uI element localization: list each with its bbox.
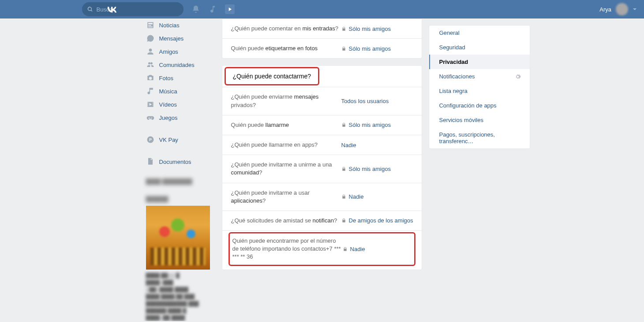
setting-row-phone: Quién puede encontrarme por el número de… [232,237,412,261]
sidebar-item-label: VK Pay [159,137,178,143]
settings-nav: General Seguridad Privacidad Notificacio… [429,25,530,149]
setting-label: ¿Quién puede llamarme en apps? [231,141,341,149]
setting-value[interactable]: Sólo mis amigos [341,122,391,128]
username: Arya [599,6,611,13]
friends-icon [146,47,155,56]
setting-label: Quién puede etiquetarme en fotos [231,44,341,52]
sidebar-item-label: Comunidades [159,62,195,68]
nav-servicios-moviles[interactable]: Servicios móviles [429,113,530,127]
news-icon [146,21,155,30]
game-ad-image[interactable] [146,206,210,270]
vkpay-icon: P [146,135,155,144]
gear-icon[interactable] [515,74,521,80]
setting-row: ¿Qué solicitudes de amistad se notifican… [222,211,422,230]
sidebar-item-label: Vídeos [159,101,177,108]
setting-row: Quién puede etiquetarme en fotos Sólo mi… [222,38,422,58]
setting-label: ¿Quién puede comentar en mis entradas? [231,25,341,33]
phone-row-highlight: Quién puede encontrarme por el número de… [228,232,416,266]
blurred-heading: ██████ [142,195,215,204]
topbar: Arya [0,0,644,19]
blurred-text: ████ ████ ██ ███ [142,293,215,300]
nav-general[interactable]: General [429,26,530,40]
vk-logo[interactable] [106,3,118,15]
user-menu[interactable]: Arya [599,3,637,15]
blurred-text: ████ ██▒▒ █ [142,272,215,279]
setting-value[interactable]: Sólo mis amigos [341,45,391,52]
setting-value[interactable]: Sólo mis amigos [341,26,391,32]
video-play-icon[interactable] [225,4,235,14]
sidebar-item-amigos[interactable]: Amigos [142,45,215,58]
svg-text:P: P [149,137,152,142]
setting-value[interactable]: Nadie [341,193,364,200]
blurred-text: ████████████ ███ [142,300,215,307]
sidebar-item-musica[interactable]: Música [142,85,215,98]
setting-label: ¿Quién puede invitarme a unirme a una co… [231,161,341,177]
blurred-text: ▒██▒████ ████ [142,286,215,293]
lock-icon [341,26,346,31]
lock-icon [341,122,346,127]
sidebar-item-vkpay[interactable]: P VK Pay [142,133,215,146]
section-title: ¿Quién puede contactarme? [233,73,311,80]
sidebar-item-mensajes[interactable]: Mensajes [142,32,215,45]
blurred-item: ████ ████████ [142,177,215,186]
blurred-text: ████▒██ ████ [142,314,215,321]
setting-row: ¿Quién puede invitarme a unirme a una co… [222,155,422,182]
search-icon [87,6,93,12]
setting-label: ¿Qué solicitudes de amistad se notifican… [231,217,341,225]
nav-pagos[interactable]: Pagos, suscripciones, transferenc… [429,127,530,148]
nav-privacidad[interactable]: Privacidad [429,55,530,69]
setting-value[interactable]: Sólo mis amigos [341,166,391,172]
setting-label: ¿Quién puede invitarme a usar aplicacion… [231,189,341,205]
setting-label: ¿Quién puede enviarme mensajes privados? [231,93,341,109]
notifications-icon[interactable] [191,5,200,14]
setting-label: Quién puede llamarme [231,121,341,129]
chevron-down-icon [633,7,637,11]
nav-config-apps[interactable]: Configuración de apps [429,98,530,113]
sidebar-item-comunidades[interactable]: Comunidades [142,58,215,71]
lock-icon [341,167,346,171]
setting-value[interactable]: De amigos de los amigos [341,217,413,224]
lock-icon [343,247,348,252]
music-icon[interactable] [208,5,217,14]
sidebar-item-juegos[interactable]: Juegos [142,111,215,124]
setting-row: ¿Quién puede invitarme a usar aplicacion… [222,183,422,211]
nav-seguridad[interactable]: Seguridad [429,40,530,55]
lock-icon [341,218,346,223]
communities-icon [146,60,155,69]
sidebar-item-fotos[interactable]: Fotos [142,71,215,85]
videos-icon [146,100,155,109]
setting-row: ¿Quién puede comentar en mis entradas? S… [222,19,422,38]
messages-icon [146,34,155,43]
privacy-panel-1: ¿Quién puede comentar en mis entradas? S… [222,19,423,59]
lock-icon [341,46,346,51]
left-sidebar: Noticias Mensajes Amigos Comunidades Fot… [142,19,215,321]
sidebar-item-label: Amigos [159,48,178,55]
nav-notificaciones[interactable]: Notificaciones [429,69,530,84]
setting-value[interactable]: Nadie [341,142,356,148]
setting-row: Quién puede llamarme Sólo mis amigos [222,115,422,135]
nav-lista-negra[interactable]: Lista negra [429,84,530,98]
search-box[interactable] [82,2,183,16]
setting-value[interactable]: Todos los usuarios [341,98,389,104]
games-icon [146,113,155,122]
sidebar-item-documentos[interactable]: Documentos [142,155,215,168]
sidebar-item-label: Fotos [159,75,174,81]
sidebar-item-label: Mensajes [159,35,184,42]
avatar [616,3,628,15]
sidebar-item-label: Documentos [159,159,191,165]
setting-label: Quién puede encontrarme por el número de… [232,237,343,261]
sidebar-item-label: Noticias [159,22,180,29]
setting-value[interactable]: Nadie [343,246,365,252]
sidebar-item-videos[interactable]: Vídeos [142,98,215,111]
sidebar-item-label: Música [159,88,177,95]
privacy-panel-contact: ¿Quién puede contactarme? ¿Quién puede e… [222,65,423,270]
sidebar-item-noticias[interactable]: Noticias [142,19,215,32]
setting-row: ¿Quién puede enviarme mensajes privados?… [222,87,422,115]
lock-icon [341,194,346,199]
sidebar-item-label: Juegos [159,115,178,121]
blurred-text: ████▒███ [142,279,215,286]
section-title-highlight: ¿Quién puede contactarme? [225,67,319,85]
blurred-text: ██████ ████ █ [142,307,215,314]
documents-icon [146,157,155,166]
setting-row: ¿Quién puede llamarme en apps? Nadie [222,135,422,155]
